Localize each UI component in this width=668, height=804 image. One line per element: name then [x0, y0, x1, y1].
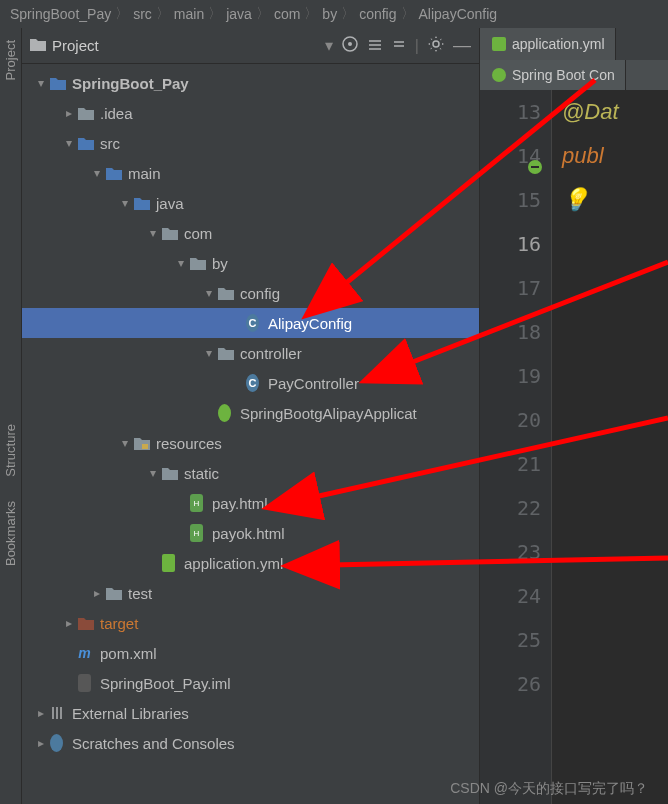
panel-actions: | —: [341, 35, 471, 57]
line-number[interactable]: 23: [480, 530, 541, 574]
breadcrumb-item[interactable]: com: [274, 6, 300, 22]
collapse-all-icon[interactable]: [391, 36, 407, 56]
tree-item-src[interactable]: src: [22, 128, 479, 158]
breadcrumb-item[interactable]: AlipayConfig: [419, 6, 498, 22]
tree-item-label: target: [100, 615, 138, 632]
breadcrumb-item[interactable]: main: [174, 6, 204, 22]
tree-item-label: External Libraries: [72, 705, 189, 722]
tree-arrow-icon[interactable]: [90, 586, 104, 600]
html-icon: [188, 494, 208, 512]
breadcrumb-item[interactable]: java: [226, 6, 252, 22]
line-number[interactable]: 20: [480, 398, 541, 442]
project-icon: [30, 37, 46, 55]
line-number[interactable]: 21: [480, 442, 541, 486]
tree-item-label: controller: [240, 345, 302, 362]
line-number[interactable]: 14: [480, 134, 541, 178]
tree-item-config[interactable]: config: [22, 278, 479, 308]
intention-bulb-icon[interactable]: 💡: [562, 187, 589, 212]
chevron-down-icon[interactable]: ▾: [325, 36, 333, 55]
line-number[interactable]: 15: [480, 178, 541, 222]
folder-icon: [216, 286, 236, 300]
tree-item-label: main: [128, 165, 161, 182]
tree-item--idea[interactable]: .idea: [22, 98, 479, 128]
idea-icon: [76, 674, 96, 692]
tree-item-springbootgalipayapplicat[interactable]: SpringBootgAlipayApplicat: [22, 398, 479, 428]
tree-item-external-libraries[interactable]: External Libraries: [22, 698, 479, 728]
expand-all-icon[interactable]: [367, 36, 383, 56]
line-number[interactable]: 19: [480, 354, 541, 398]
java-icon: [244, 374, 264, 392]
tree-arrow-icon[interactable]: [202, 346, 216, 360]
line-number[interactable]: 24: [480, 574, 541, 618]
side-tab-structure[interactable]: Structure: [1, 412, 20, 489]
tree-arrow-icon[interactable]: [34, 76, 48, 90]
tree-item-application-yml[interactable]: application.yml: [22, 548, 479, 578]
gutter[interactable]: 1314151617181920212223242526: [480, 90, 552, 804]
line-number[interactable]: 22: [480, 486, 541, 530]
tree-item-test[interactable]: test: [22, 578, 479, 608]
tree-arrow-icon[interactable]: [118, 436, 132, 450]
line-number[interactable]: 16: [480, 222, 541, 266]
tree-arrow-icon[interactable]: [118, 196, 132, 210]
select-opened-file-icon[interactable]: [341, 35, 359, 57]
tree-arrow-icon[interactable]: [174, 256, 188, 270]
tree-arrow-icon[interactable]: [202, 286, 216, 300]
folder-icon: [160, 466, 180, 480]
panel-title[interactable]: Project: [52, 37, 325, 54]
tree-item-payok-html[interactable]: payok.html: [22, 518, 479, 548]
m-icon: [76, 644, 96, 662]
tree-arrow-icon[interactable]: [146, 466, 160, 480]
tree-item-label: pay.html: [212, 495, 268, 512]
folder-icon: [160, 226, 180, 240]
side-tab-project[interactable]: Project: [1, 28, 20, 92]
line-number[interactable]: 25: [480, 618, 541, 662]
line-number[interactable]: 26: [480, 662, 541, 706]
line-number[interactable]: 18: [480, 310, 541, 354]
gear-icon[interactable]: [427, 35, 445, 57]
annotation: @Dat: [562, 99, 619, 124]
spring-icon: [216, 404, 236, 422]
tree-item-resources[interactable]: resources: [22, 428, 479, 458]
breadcrumb-item[interactable]: src: [133, 6, 152, 22]
tree-arrow-icon[interactable]: [62, 136, 76, 150]
svg-rect-3: [142, 444, 148, 449]
line-number[interactable]: 17: [480, 266, 541, 310]
tree-arrow-icon[interactable]: [62, 106, 76, 120]
tree-item-static[interactable]: static: [22, 458, 479, 488]
tree-item-java[interactable]: java: [22, 188, 479, 218]
tree-item-springboot-pay[interactable]: SpringBoot_Pay: [22, 68, 479, 98]
tree-item-paycontroller[interactable]: PayController: [22, 368, 479, 398]
tree-item-com[interactable]: com: [22, 218, 479, 248]
breadcrumb-item[interactable]: config: [359, 6, 396, 22]
tree-arrow-icon[interactable]: [146, 226, 160, 240]
breadcrumb-item[interactable]: SpringBoot_Pay: [10, 6, 111, 22]
html-icon: [188, 524, 208, 542]
tree-item-label: payok.html: [212, 525, 285, 542]
code-area[interactable]: @Dat publ 💡: [552, 90, 668, 804]
tree-arrow-icon[interactable]: [34, 706, 48, 720]
tree-item-springboot-pay-iml[interactable]: SpringBoot_Pay.iml: [22, 668, 479, 698]
tree-arrow-icon[interactable]: [62, 616, 76, 630]
breadcrumb-item[interactable]: by: [322, 6, 337, 22]
tree-arrow-icon[interactable]: [34, 736, 48, 750]
tree-item-controller[interactable]: controller: [22, 338, 479, 368]
tab-application-yml[interactable]: application.yml: [480, 28, 616, 60]
tree-item-alipayconfig[interactable]: AlipayConfig: [22, 308, 479, 338]
tree-item-pom-xml[interactable]: pom.xml: [22, 638, 479, 668]
tree-item-target[interactable]: target: [22, 608, 479, 638]
tree-item-pay-html[interactable]: pay.html: [22, 488, 479, 518]
tree-item-label: com: [184, 225, 212, 242]
tree-item-by[interactable]: by: [22, 248, 479, 278]
hide-icon[interactable]: —: [453, 35, 471, 56]
line-number[interactable]: 13: [480, 90, 541, 134]
project-tree[interactable]: SpringBoot_Pay.ideasrcmainjavacombyconfi…: [22, 64, 479, 804]
folder-blue-icon: [104, 166, 124, 180]
folder-icon: [188, 256, 208, 270]
editor-subtabs: Spring Boot Con: [480, 60, 668, 90]
tree-item-main[interactable]: main: [22, 158, 479, 188]
side-tab-bookmarks[interactable]: Bookmarks: [1, 489, 20, 578]
folder-blue-icon: [76, 136, 96, 150]
tree-arrow-icon[interactable]: [90, 166, 104, 180]
tree-item-scratches-and-consoles[interactable]: Scratches and Consoles: [22, 728, 479, 758]
subtab-spring-boot[interactable]: Spring Boot Con: [480, 60, 626, 90]
